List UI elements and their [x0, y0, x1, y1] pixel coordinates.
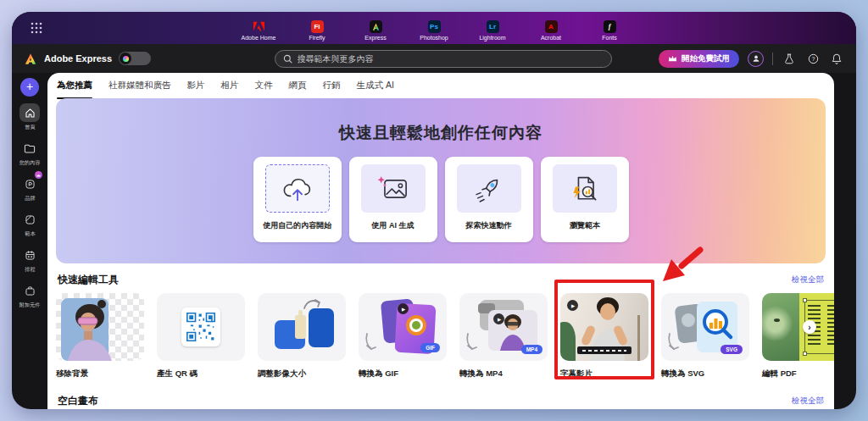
tool-caption-video[interactable]: ▶ 字幕影片	[560, 293, 648, 379]
ai-image-icon	[376, 174, 411, 204]
app-lightroom[interactable]: Lr Lightroom	[470, 20, 515, 41]
search-icon	[283, 54, 292, 64]
app-label: Lightroom	[479, 35, 505, 41]
tab-for-you[interactable]: 為您推薦	[57, 80, 92, 95]
search-input[interactable]	[298, 54, 604, 64]
tool-resize-image[interactable]: 調整影像大小	[258, 293, 346, 379]
app-shortcuts: Adobe Home Fi Firefly Express	[236, 16, 632, 41]
header-actions: 開始免費試用 ?	[659, 50, 844, 68]
app-fonts[interactable]: f Fonts	[587, 20, 632, 41]
quick-tools-row: 移除背景 產生 QR 碼	[47, 293, 834, 379]
express-header: Adobe Express 開始免費試用	[12, 44, 856, 73]
tool-edit-pdf[interactable]: › 編輯 PDF	[762, 293, 834, 379]
tab-web[interactable]: 網頁	[289, 80, 307, 95]
adobe-express-logo-icon	[24, 53, 37, 65]
brand-icon	[25, 179, 36, 190]
tool-remove-background[interactable]: 移除背景	[56, 293, 144, 379]
tab-video[interactable]: 影片	[187, 80, 205, 95]
person-icon	[752, 54, 760, 63]
account-avatar[interactable]	[748, 51, 764, 67]
svg-badge: SVG	[721, 345, 743, 354]
sidebar-item-your-content[interactable]: 您的內容	[19, 139, 41, 167]
firefly-icon: Fi	[311, 20, 324, 33]
crown-icon	[668, 55, 677, 62]
adobe-app-bar: Adobe Home Fi Firefly Express	[12, 12, 856, 44]
app-label: Photoshop	[420, 35, 448, 41]
tool-convert-mp4[interactable]: ▶ MP4 轉換為 MP4	[459, 293, 548, 379]
sidebar-item-addons[interactable]: 附加元件	[19, 281, 41, 309]
hero-card-browse-templates[interactable]: 瀏覽範本	[541, 157, 629, 242]
svg-thumbnail: SVG	[661, 293, 749, 361]
app-firefly[interactable]: Fi Firefly	[295, 20, 339, 41]
tab-social-ads[interactable]: 社群媒體和廣告	[108, 80, 171, 95]
help-icon[interactable]: ?	[805, 51, 821, 66]
app-label: Adobe Home	[242, 35, 276, 41]
sidebar-item-schedule[interactable]: 排程	[19, 246, 40, 274]
blank-canvas-view-all-link[interactable]: 檢視全部	[792, 396, 824, 407]
photoshop-icon: Ps	[428, 20, 441, 33]
curved-arrow-icon	[666, 332, 680, 352]
templates-icon	[25, 214, 36, 225]
brand-title: Adobe Express	[44, 53, 112, 64]
home-icon	[25, 108, 36, 119]
notifications-bell-icon[interactable]	[829, 51, 844, 66]
curved-arrow-icon	[364, 332, 377, 352]
tool-convert-svg[interactable]: SVG 轉換為 SVG	[661, 293, 749, 379]
play-icon: ▶	[493, 313, 504, 324]
folder-icon	[24, 143, 36, 153]
sidebar-item-brands[interactable]: 品牌	[19, 174, 40, 202]
hero-banner: 快速且輕鬆地創作任何內容 使用自己的內容開始	[56, 98, 826, 263]
blank-canvas-title: 空白畫布	[58, 394, 98, 408]
hero-card-generate-ai[interactable]: 使用 AI 生成	[349, 157, 437, 242]
curved-arrow-icon	[465, 332, 478, 352]
sidebar-item-templates[interactable]: 範本	[19, 210, 40, 238]
quick-tools-view-all-link[interactable]: 檢視全部	[792, 274, 824, 285]
gif-thumbnail: ▶ GIF	[359, 293, 447, 361]
create-new-button[interactable]: +	[20, 78, 39, 97]
app-acrobat[interactable]: A Acrobat	[529, 20, 573, 41]
app-label: Express	[364, 35, 386, 41]
app-adobe-home[interactable]: Adobe Home	[236, 20, 281, 41]
search-zone	[236, 50, 650, 68]
tab-photo[interactable]: 相片	[221, 80, 239, 95]
app-photoshop[interactable]: Ps Photoshop	[412, 20, 456, 41]
hero-title: 快速且輕鬆地創作任何內容	[56, 98, 826, 144]
tool-generate-qr[interactable]: 產生 QR 碼	[157, 293, 245, 379]
start-free-trial-button[interactable]: 開始免費試用	[659, 50, 739, 68]
play-icon: ▶	[398, 303, 409, 314]
tab-documents[interactable]: 文件	[255, 80, 273, 95]
app-label: Firefly	[309, 35, 325, 41]
app-express-active[interactable]: Express	[353, 20, 398, 41]
left-sidebar: + 首頁 您的內容 品牌 範本	[12, 73, 47, 409]
qr-thumbnail	[157, 293, 245, 361]
cloud-upload-icon	[281, 174, 314, 203]
qr-code-icon	[186, 313, 215, 341]
header-divider	[772, 53, 773, 65]
mp4-badge: MP4	[521, 345, 542, 354]
beta-flask-icon[interactable]	[782, 51, 797, 66]
search-bar[interactable]	[275, 50, 612, 68]
app-label: Fonts	[602, 35, 617, 41]
mp4-thumbnail: ▶ MP4	[459, 293, 548, 361]
hero-card-start-with-content[interactable]: 使用自己的內容開始	[253, 157, 342, 242]
tab-marketing[interactable]: 行銷	[323, 80, 341, 95]
tab-generative-ai[interactable]: 生成式 AI	[357, 80, 394, 95]
rocket-icon	[472, 174, 506, 204]
brand-group: Adobe Express	[24, 52, 227, 65]
lightroom-icon: Lr	[487, 20, 499, 33]
sidebar-item-home[interactable]: 首頁	[19, 103, 40, 131]
hero-card-quick-actions[interactable]: 探索快速動作	[445, 157, 533, 242]
svg-text:?: ?	[811, 56, 815, 62]
app-window: Adobe Home Fi Firefly Express	[12, 12, 856, 409]
remove-background-thumbnail	[56, 293, 144, 361]
resize-thumbnail	[258, 293, 346, 361]
calendar-icon	[25, 250, 36, 261]
workspace-toggle[interactable]	[119, 52, 151, 65]
quick-tools-title: 快速編輯工具	[58, 273, 119, 287]
acrobat-icon: A	[545, 20, 558, 33]
pdf-thumbnail: ›	[762, 293, 834, 361]
category-tabs: 為您推薦 社群媒體和廣告 影片 相片 文件 網頁 行銷 生成式 AI	[47, 73, 834, 95]
apps-grid-icon[interactable]	[31, 22, 42, 34]
annotation-highlight-box	[554, 280, 654, 379]
tool-convert-gif[interactable]: ▶ GIF 轉換為 GIF	[359, 293, 447, 379]
